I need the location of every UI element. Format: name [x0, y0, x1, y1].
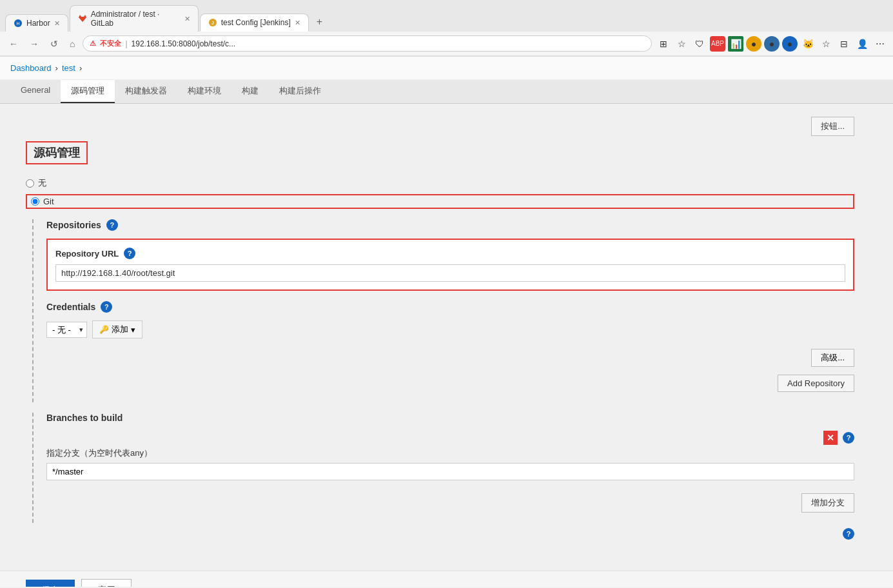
- scm-radio-group: 无 Git: [26, 177, 854, 209]
- tab-triggers[interactable]: 构建触发器: [115, 80, 177, 103]
- radio-none-label[interactable]: 无: [38, 177, 46, 189]
- tab-gitlab-close[interactable]: ✕: [184, 15, 190, 23]
- tab-gitlab[interactable]: Administrator / test · GitLab ✕: [70, 5, 199, 32]
- refresh-button[interactable]: ↺: [46, 36, 62, 52]
- svg-text:H: H: [16, 21, 19, 26]
- add-branch-btn-row: 增加分支: [46, 493, 854, 513]
- branch-help-icon[interactable]: ?: [843, 432, 854, 444]
- breadcrumb-sep1: ›: [55, 63, 58, 73]
- breadcrumb: Dashboard › test ›: [0, 57, 893, 80]
- add-repository-button[interactable]: Add Repository: [778, 375, 854, 392]
- radio-git-label[interactable]: Git: [43, 197, 54, 206]
- repositories-help-icon[interactable]: ?: [106, 219, 118, 231]
- breadcrumb-test[interactable]: test: [62, 63, 75, 73]
- branch-input[interactable]: [46, 463, 854, 480]
- toolbar-icons: ⊞ ☆ 🛡 ABP 📊 ● ● ● 🐱 ☆ ⊟ 👤 ⋯: [656, 36, 888, 52]
- config-area: General 源码管理 构建触发器 构建环境 构建 构建后操作 按钮... 源…: [0, 80, 893, 587]
- credentials-select[interactable]: - 无 -: [46, 322, 87, 338]
- jenkins-tab-icon: J: [208, 18, 217, 27]
- repositories-label: Repositories ?: [46, 219, 854, 231]
- tab-jenkins-close[interactable]: ✕: [295, 19, 300, 27]
- tab-jenkins[interactable]: J test Config [Jenkins] ✕: [200, 14, 309, 32]
- extension-icon2[interactable]: ●: [764, 36, 780, 52]
- collections-icon[interactable]: ⊟: [836, 36, 852, 52]
- tab-build[interactable]: 构建: [231, 80, 269, 103]
- harbor-tab-icon: H: [14, 19, 23, 28]
- gitlab-tab-icon: [78, 14, 87, 23]
- config-tabs-bar: General 源码管理 构建触发器 构建环境 构建 构建后操作: [0, 80, 893, 104]
- tab-harbor-close[interactable]: ✕: [54, 19, 60, 28]
- branches-label: Branches to build: [46, 413, 854, 423]
- tab-jenkins-label: test Config [Jenkins]: [221, 18, 291, 27]
- address-input[interactable]: ⚠ 不安全 | 192.168.1.50:8080/job/test/c...: [83, 35, 652, 52]
- add-dropdown-icon: ▾: [131, 325, 135, 335]
- address-text: 192.168.1.50:8080/job/test/c...: [132, 39, 235, 48]
- save-button[interactable]: 保存: [26, 580, 75, 587]
- apply-button[interactable]: 应用: [81, 579, 132, 587]
- bottom-help-row: ?: [26, 523, 854, 545]
- key-icon: 🔑: [99, 325, 109, 334]
- extension-icon1[interactable]: ●: [746, 36, 761, 52]
- credentials-help-icon[interactable]: ?: [101, 301, 112, 313]
- qr-icon[interactable]: ⊞: [656, 36, 671, 52]
- security-warning: 不安全: [100, 39, 121, 48]
- tab-post[interactable]: 构建后操作: [269, 80, 331, 103]
- credentials-label: Credentials ?: [46, 301, 854, 313]
- add-repo-btn-row: Add Repository: [46, 375, 854, 392]
- branch-delete-row: ✕ ?: [46, 431, 854, 445]
- favorites-icon[interactable]: ☆: [818, 36, 834, 52]
- bottom-help-icon[interactable]: ?: [843, 528, 854, 540]
- star-icon[interactable]: ☆: [674, 36, 689, 52]
- repo-url-help-icon[interactable]: ?: [124, 248, 135, 259]
- repo-url-label: Repository URL ?: [55, 248, 845, 259]
- home-button[interactable]: ⌂: [66, 36, 79, 52]
- address-bar: ← → ↺ ⌂ ⚠ 不安全 | 192.168.1.50:8080/job/te…: [0, 32, 893, 56]
- menu-icon[interactable]: ⋯: [872, 36, 888, 52]
- add-credentials-button[interactable]: 🔑 添加 ▾: [92, 320, 142, 338]
- new-tab-button[interactable]: +: [310, 12, 329, 32]
- top-btn-row: 按钮...: [26, 117, 854, 136]
- tab-env[interactable]: 构建环境: [177, 80, 231, 103]
- tab-bar: H Harbor ✕ Administrator / test · GitLab…: [0, 0, 893, 32]
- back-button[interactable]: ←: [5, 36, 22, 52]
- breadcrumb-sep2: ›: [79, 63, 82, 73]
- branches-section: Branches to build ✕ ? 指定分支（为空时代表any） 增加分…: [32, 413, 854, 523]
- excel-icon[interactable]: 📊: [728, 36, 743, 52]
- radio-none[interactable]: 无: [26, 177, 854, 189]
- radio-git-input[interactable]: [31, 197, 39, 206]
- extension-icon4[interactable]: 🐱: [800, 36, 816, 52]
- top-action-button[interactable]: 按钮...: [811, 117, 854, 136]
- add-branch-button[interactable]: 增加分支: [801, 493, 854, 513]
- repo-buttons-row: 高级...: [46, 349, 854, 367]
- tab-harbor-label: Harbor: [26, 19, 50, 28]
- credentials-select-wrapper: - 无 -: [46, 322, 87, 338]
- repo-url-box: Repository URL ?: [46, 239, 854, 291]
- tab-gitlab-label: Administrator / test · GitLab: [91, 10, 181, 28]
- repo-url-input[interactable]: [55, 264, 845, 282]
- profile-icon[interactable]: 👤: [854, 36, 870, 52]
- shield-icon[interactable]: 🛡: [692, 36, 707, 52]
- browser-content: Dashboard › test › General 源码管理 构建触发器 构建…: [0, 57, 893, 587]
- bottom-bar: 保存 应用: [0, 571, 893, 587]
- abp-icon[interactable]: ABP: [710, 36, 725, 52]
- breadcrumb-dashboard[interactable]: Dashboard: [10, 63, 52, 73]
- content-scroll[interactable]: 按钮... 源码管理 无 Git Repositori: [0, 104, 893, 571]
- repositories-section: Repositories ? Repository URL ? Credenti…: [32, 219, 854, 402]
- tab-harbor[interactable]: H Harbor ✕: [5, 14, 68, 32]
- svg-text:J: J: [211, 21, 214, 25]
- branch-entry: ✕ ? 指定分支（为空时代表any）: [46, 431, 854, 480]
- extension-icon3[interactable]: ●: [782, 36, 798, 52]
- delete-branch-button[interactable]: ✕: [823, 431, 838, 445]
- browser-chrome: H Harbor ✕ Administrator / test · GitLab…: [0, 0, 893, 57]
- credentials-section: Credentials ? - 无 - 🔑 添加 ▾: [46, 301, 854, 338]
- radio-git-highlighted: Git: [26, 194, 854, 209]
- section-title: 源码管理: [26, 141, 88, 164]
- radio-none-input[interactable]: [26, 179, 34, 188]
- credentials-row: - 无 - 🔑 添加 ▾: [46, 320, 854, 338]
- branch-specify-label: 指定分支（为空时代表any）: [46, 447, 854, 459]
- forward-button[interactable]: →: [26, 36, 43, 52]
- tab-general[interactable]: General: [10, 80, 61, 103]
- advanced-button[interactable]: 高级...: [811, 349, 854, 367]
- tab-scm[interactable]: 源码管理: [61, 80, 115, 103]
